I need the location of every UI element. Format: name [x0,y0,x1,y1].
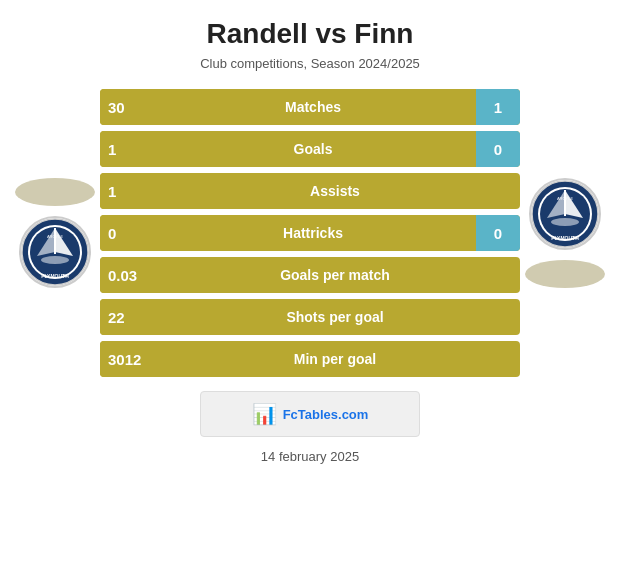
svg-rect-14 [564,190,566,216]
stat-label: Shots per goal [150,299,520,335]
left-badge: PLYMOUTH ARGYLE [19,216,91,288]
stat-label: Hattricks [150,215,476,251]
footer-date: 14 february 2025 [261,449,359,464]
stat-left-value: 0.03 [100,257,150,293]
watermark-logo: 📊 FcTables.com [252,402,369,426]
stat-row: 0.03Goals per match [100,257,520,293]
stat-right-portion: 0 [476,131,520,167]
stat-left-value: 1 [100,131,150,167]
svg-rect-5 [54,228,56,254]
svg-text:ARGYLE: ARGYLE [557,196,574,201]
svg-text:ARGYLE: ARGYLE [47,234,64,239]
stat-right-portion: 1 [476,89,520,125]
watermark-text: FcTables.com [283,407,369,422]
stat-left-value: 22 [100,299,150,335]
stat-left-value: 30 [100,89,150,125]
stat-row: 22Shots per goal [100,299,520,335]
right-badge: PLYMOUTH ARGYLE [529,178,601,250]
page-subtitle: Club competitions, Season 2024/2025 [200,56,420,71]
page-container: Randell vs Finn Club competitions, Seaso… [0,0,620,580]
stat-label: Assists [150,173,520,209]
main-row: PLYMOUTH ARGYLE 30Matches11Goals01Assist… [10,89,610,377]
stat-row: 1Assists [100,173,520,209]
watermark: 📊 FcTables.com [200,391,420,437]
right-ellipse [525,260,605,288]
stat-row: 30Matches1 [100,89,520,125]
svg-text:PLYMOUTH: PLYMOUTH [41,273,69,279]
stat-label: Min per goal [150,341,520,377]
page-title: Randell vs Finn [207,18,414,50]
stat-label: Goals [150,131,476,167]
watermark-icon: 📊 [252,402,277,426]
stat-left-value: 3012 [100,341,150,377]
stat-right-value: 0 [494,141,502,158]
stat-right-portion: 0 [476,215,520,251]
stat-row: 3012Min per goal [100,341,520,377]
stat-left-value: 0 [100,215,150,251]
stat-right-value: 1 [494,99,502,116]
stat-row: 1Goals0 [100,131,520,167]
stat-right-value: 0 [494,225,502,242]
stat-row: 0Hattricks0 [100,215,520,251]
logo-left: PLYMOUTH ARGYLE [10,178,100,288]
stat-left-value: 1 [100,173,150,209]
stat-label: Matches [150,89,476,125]
left-ellipse [15,178,95,206]
svg-point-15 [551,218,579,226]
svg-text:PLYMOUTH: PLYMOUTH [551,235,579,241]
logo-right: PLYMOUTH ARGYLE [520,178,610,288]
svg-point-6 [41,256,69,264]
stat-label: Goals per match [150,257,520,293]
stats-column: 30Matches11Goals01Assists0Hattricks00.03… [100,89,520,377]
